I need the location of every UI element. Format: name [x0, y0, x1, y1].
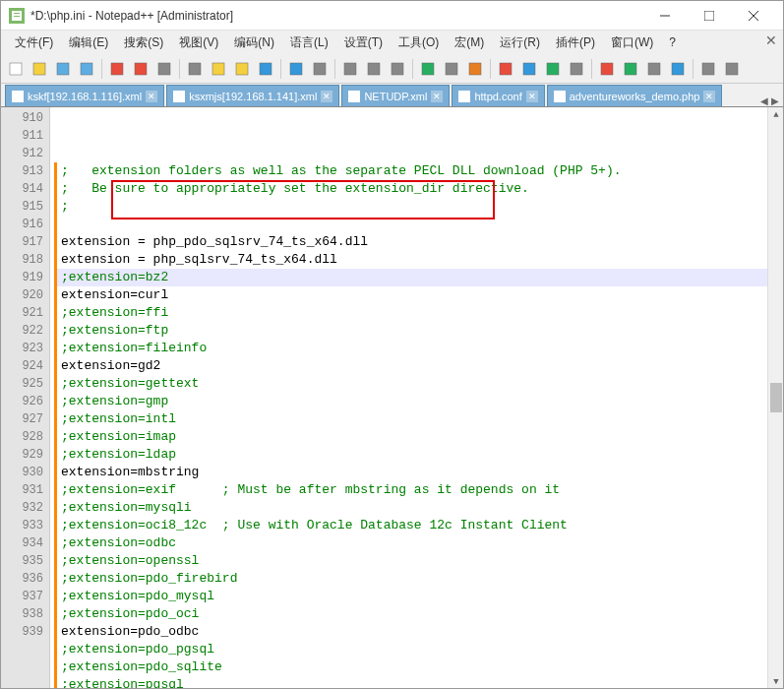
code-line[interactable]: ;extension=pdo_firebird: [54, 570, 779, 588]
tab-close-icon[interactable]: ✕: [431, 91, 443, 102]
menu-macro[interactable]: 宏(M): [447, 32, 492, 53]
paste-button[interactable]: [231, 58, 253, 80]
menu-edit[interactable]: 编辑(E): [61, 32, 116, 53]
print-button[interactable]: [153, 58, 175, 80]
copy-button[interactable]: [208, 58, 229, 80]
menu-plugins[interactable]: 插件(P): [548, 32, 603, 53]
tab-item[interactable]: httpd.conf✕: [452, 85, 544, 106]
code-line[interactable]: ;extension=ldap: [54, 446, 779, 464]
tab-label: ksxmjs[192.168.1.141].xml: [189, 91, 317, 102]
replace-button[interactable]: [339, 58, 361, 80]
code-line[interactable]: extension = php_sqlsrv_74_ts_x64.dll: [54, 251, 779, 269]
comment-button[interactable]: [542, 58, 564, 80]
menu-language[interactable]: 语言(L): [282, 32, 336, 53]
code-line[interactable]: ;extension=fileinfo: [54, 340, 779, 357]
code-line[interactable]: ;extension=exif ; Must be after mbstring…: [54, 481, 779, 499]
menu-file[interactable]: 文件(F): [7, 32, 61, 53]
code-text: ;extension=fileinfo: [61, 340, 207, 357]
scroll-down-arrow[interactable]: ▼: [768, 674, 783, 689]
tab-item[interactable]: kskf[192.168.1.116].xml✕: [5, 85, 164, 106]
code-line[interactable]: ;extension=intl: [54, 410, 779, 428]
code-line[interactable]: ;extension=pdo_pgsql: [54, 641, 779, 658]
menu-view[interactable]: 视图(V): [171, 32, 226, 53]
maximize-button[interactable]: [687, 2, 731, 30]
vertical-scrollbar[interactable]: ▲ ▼: [767, 107, 783, 689]
svg-rect-13: [135, 63, 147, 75]
record-button[interactable]: [596, 58, 618, 80]
find-button[interactable]: [309, 58, 331, 80]
tool1-button[interactable]: [697, 58, 719, 80]
file-icon: [173, 91, 185, 102]
play-button[interactable]: [620, 58, 641, 80]
scroll-thumb[interactable]: [770, 383, 782, 412]
close-button[interactable]: [106, 58, 128, 80]
menu-help[interactable]: ?: [661, 33, 684, 51]
scroll-up-arrow[interactable]: ▲: [768, 107, 783, 123]
code-line[interactable]: ;extension=pgsql: [54, 676, 779, 689]
menu-window[interactable]: 窗口(W): [603, 32, 661, 53]
tab-scroll-arrows[interactable]: ◀ ▶: [760, 95, 779, 106]
tab-close-icon[interactable]: ✕: [321, 91, 332, 102]
change-marker: [54, 410, 57, 428]
menu-encoding[interactable]: 编码(N): [226, 32, 282, 53]
redo-button[interactable]: [285, 58, 307, 80]
code-line[interactable]: ;extension=mysqli: [54, 499, 779, 517]
code-line[interactable]: ;extension=openssl: [54, 552, 779, 570]
zoomout-button[interactable]: [387, 58, 408, 80]
folder-button[interactable]: [495, 58, 516, 80]
new-button[interactable]: [5, 58, 27, 80]
code-line[interactable]: ;extension=pdo_oci: [54, 605, 779, 623]
code-line[interactable]: ;extension=pdo_sqlite: [54, 658, 779, 676]
tab-close-icon[interactable]: ✕: [526, 91, 538, 102]
wrap-button[interactable]: [417, 58, 439, 80]
tab-item[interactable]: adventureworks_demo.php✕: [547, 85, 723, 106]
menu-settings[interactable]: 设置(T): [336, 32, 391, 53]
code-text: extension=mbstring: [61, 464, 199, 481]
code-content[interactable]: ; extension folders as well as the separ…: [50, 107, 783, 689]
saveall-button[interactable]: [76, 58, 97, 80]
code-line[interactable]: [54, 216, 779, 233]
playrec-button[interactable]: [667, 58, 689, 80]
save-button[interactable]: [52, 58, 74, 80]
code-line[interactable]: extension=gd2: [54, 357, 779, 375]
showall-button[interactable]: [441, 58, 462, 80]
menu-tools[interactable]: 工具(O): [391, 32, 447, 53]
open-button[interactable]: [29, 58, 50, 80]
code-line[interactable]: ;extension=pdo_mysql: [54, 588, 779, 605]
func-button[interactable]: [566, 58, 587, 80]
indent-button[interactable]: [464, 58, 486, 80]
stop-button[interactable]: [643, 58, 665, 80]
cut-button[interactable]: [184, 58, 206, 80]
code-line[interactable]: ;extension=gettext: [54, 375, 779, 393]
menu-close-x[interactable]: ✕: [765, 32, 777, 48]
zoomin-button[interactable]: [363, 58, 385, 80]
tab-close-icon[interactable]: ✕: [146, 91, 157, 102]
line-number: 928: [3, 428, 43, 446]
code-line[interactable]: ;extension=bz2: [54, 269, 779, 286]
tab-item[interactable]: NETUDP.xml✕: [341, 85, 450, 106]
code-line[interactable]: ;extension=odbc: [54, 534, 779, 552]
code-line[interactable]: ;extension=ftp: [54, 322, 779, 340]
code-line[interactable]: ;extension=gmp: [54, 393, 779, 410]
tab-close-icon[interactable]: ✕: [703, 91, 715, 102]
tab-item[interactable]: ksxmjs[192.168.1.141].xml✕: [166, 85, 339, 106]
code-line[interactable]: ;extension=oci8_12c ; Use with Oracle Da…: [54, 517, 779, 534]
code-line[interactable]: ;: [54, 198, 779, 216]
code-line[interactable]: extension=curl: [54, 286, 779, 304]
code-line[interactable]: extension=pdo_odbc: [54, 623, 779, 641]
tool2-button[interactable]: [721, 58, 743, 80]
close-button[interactable]: [731, 2, 775, 30]
code-line[interactable]: ; Be sure to appropriately set the exten…: [54, 180, 779, 198]
lang-button[interactable]: [518, 58, 540, 80]
undo-button[interactable]: [255, 58, 276, 80]
line-number: 916: [3, 216, 43, 233]
minimize-button[interactable]: [642, 2, 687, 30]
code-line[interactable]: ;extension=imap: [54, 428, 779, 446]
menu-search[interactable]: 搜索(S): [116, 32, 171, 53]
code-line[interactable]: extension = php_pdo_sqlsrv_74_ts_x64.dll: [54, 233, 779, 251]
code-line[interactable]: ;extension=ffi: [54, 304, 779, 322]
code-line[interactable]: extension=mbstring: [54, 464, 779, 481]
code-line[interactable]: ; extension folders as well as the separ…: [54, 162, 779, 180]
menu-run[interactable]: 运行(R): [492, 32, 548, 53]
closeall-button[interactable]: [130, 58, 151, 80]
